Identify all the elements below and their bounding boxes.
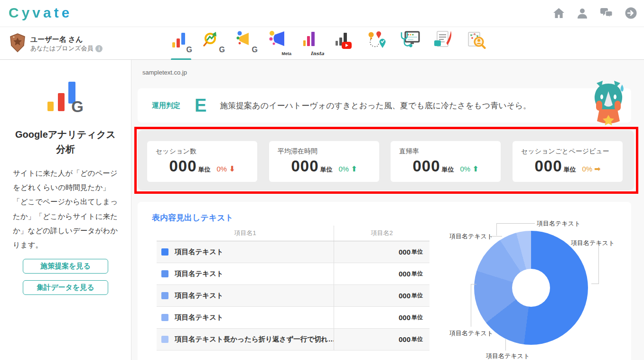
account-icon[interactable] bbox=[576, 7, 588, 19]
youtube-icon bbox=[334, 30, 355, 51]
table-row: 項目名テキスト長かったら折り返さず一行で切れ… 000単位 bbox=[157, 329, 429, 351]
view-proposals-button[interactable]: 施策提案を見る bbox=[23, 259, 108, 274]
legend-swatch bbox=[161, 314, 168, 321]
table-header: 項目名1 項目名2 bbox=[157, 226, 429, 241]
main-content: sampletext.co.jp 運用判定 E 施策提案あのイーハトーヴォのすき… bbox=[131, 60, 644, 360]
chart-callout-label: 項目名テキスト bbox=[449, 329, 493, 338]
map-pins-icon bbox=[366, 30, 388, 50]
donut-chart[interactable] bbox=[474, 231, 588, 345]
leader-line bbox=[471, 284, 471, 327]
app-tab-business-profile[interactable]: G bbox=[235, 30, 258, 56]
app-tabs: G G G bbox=[170, 30, 487, 56]
chart-callout-label: 項目名テキスト bbox=[537, 219, 580, 228]
app-tab-youtube[interactable] bbox=[334, 30, 356, 56]
judgment-grade: E bbox=[195, 96, 206, 114]
app-tab-ai-report[interactable]: AI bbox=[432, 30, 455, 56]
kpi-value: 000 bbox=[291, 158, 318, 175]
brand-logo[interactable]: Cyvate bbox=[9, 5, 72, 21]
legend-swatch bbox=[161, 336, 168, 343]
chart-callout-label: 項目名テキスト bbox=[486, 352, 530, 360]
view-aggregated-data-button[interactable]: 集計データを見る bbox=[23, 280, 108, 295]
leader-line bbox=[490, 236, 502, 237]
kpi-card-bounce-rate: 直帰率 000 単位 0% ⬆ bbox=[391, 141, 501, 182]
meta-icon bbox=[268, 30, 290, 49]
ai-report-icon bbox=[432, 30, 454, 50]
sidebar-description: サイトに来た人が「どのページをどれくらいの時間見たか」「どこでページから出てしま… bbox=[13, 166, 118, 252]
sidebar: G Googleアナリティクス分析 サイトに来た人が「どのページをどれくらいの時… bbox=[0, 60, 131, 360]
kpi-card-avg-duration: 平均滞在時間 000 単位 0% ⬆ bbox=[269, 141, 379, 182]
kpi-value: 000 bbox=[412, 158, 440, 175]
persona-magnifier-icon bbox=[465, 30, 486, 50]
table-section-title: 表内容見出しテキスト bbox=[152, 212, 233, 223]
kpi-value: 000 bbox=[534, 158, 562, 175]
table-row: 項目名テキスト 000単位 bbox=[157, 241, 429, 263]
kpi-strip: セッション数 000 単位 0% ⬇ 平均滞在時間 000 単位 0% ⬆ 直帰… bbox=[138, 130, 634, 190]
monitor-stethoscope-icon bbox=[399, 30, 421, 50]
legend-swatch bbox=[161, 292, 168, 299]
app-tab-meta[interactable]: Meta bbox=[268, 30, 291, 56]
login-arrow-icon[interactable] bbox=[625, 7, 637, 19]
table-row: 項目名テキスト 000単位 bbox=[157, 263, 429, 285]
judgment-label: 運用判定 bbox=[152, 101, 180, 110]
leader-line bbox=[598, 246, 599, 284]
legend-swatch bbox=[161, 248, 168, 256]
user-name: ユーザー名 さん bbox=[30, 35, 103, 44]
bronze-badge-icon bbox=[9, 33, 26, 54]
trend-up-arrow-icon: ⬆ bbox=[472, 164, 478, 173]
judgment-comment: 施策提案あのイーハトーヴォのすきとおった風、夏でも底に冷たさをもつ青いそら。 bbox=[220, 100, 531, 111]
kpi-card-sessions: セッション数 000 単位 0% ⬇ bbox=[147, 141, 257, 182]
chart-callout-label: 項目名テキスト bbox=[449, 232, 493, 241]
app-tab-persona-analysis[interactable] bbox=[465, 30, 487, 56]
trend-flat-arrow-icon: ➡ bbox=[594, 164, 600, 173]
leader-line bbox=[505, 339, 506, 351]
info-icon[interactable] bbox=[95, 45, 103, 52]
app-tab-measure-map[interactable] bbox=[366, 30, 389, 56]
user-block: ユーザー名 さん あなたはブロンズ会員 bbox=[9, 33, 103, 54]
rhino-mascot bbox=[590, 80, 627, 127]
home-icon[interactable] bbox=[552, 7, 565, 19]
chat-icon[interactable] bbox=[599, 7, 614, 19]
kpi-card-pages-per-session: セッションごとページビュー 000 単位 0% ➡ bbox=[513, 141, 623, 182]
google-analytics-large-icon: G bbox=[43, 80, 88, 114]
data-table: 項目名1 項目名2 項目名テキスト 000単位 項目名テキスト 000単位 項目… bbox=[157, 226, 429, 351]
site-domain: sampletext.co.jp bbox=[142, 69, 187, 76]
chart-callout-label: 項目名テキスト bbox=[571, 239, 615, 247]
leader-line bbox=[591, 284, 599, 284]
judgment-card: 運用判定 E 施策提案あのイーハトーヴォのすきとおった風、夏でも底に冷たさをもつ… bbox=[138, 88, 631, 123]
legend-swatch bbox=[161, 270, 168, 277]
app-tab-instagram[interactable]: Insta bbox=[301, 30, 324, 56]
table-row: 項目名テキスト 000単位 bbox=[157, 285, 429, 307]
app-tab-google-analytics[interactable]: G bbox=[170, 30, 193, 56]
leader-line bbox=[496, 223, 497, 236]
leader-line bbox=[471, 284, 476, 284]
app-tab-search-console[interactable]: G bbox=[203, 30, 225, 56]
toolbar: ユーザー名 さん あなたはブロンズ会員 G G bbox=[0, 27, 644, 60]
top-bar: Cyvate bbox=[0, 0, 644, 27]
kpi-value: 000 bbox=[169, 158, 196, 175]
table-row: 項目名テキスト 000単位 bbox=[157, 307, 429, 329]
sidebar-title: Googleアナリティクス分析 bbox=[13, 127, 118, 157]
trend-down-arrow-icon: ⬇ bbox=[229, 164, 235, 173]
column-header: 項目名2 bbox=[334, 226, 429, 241]
membership-label: あなたはブロンズ会員 bbox=[30, 44, 93, 53]
instagram-icon bbox=[301, 30, 323, 49]
app-tab-site-diagnosis[interactable] bbox=[399, 30, 422, 56]
trend-up-arrow-icon: ⬆ bbox=[351, 164, 357, 173]
top-nav-icons bbox=[552, 7, 637, 19]
column-header: 項目名1 bbox=[157, 229, 334, 237]
leader-line bbox=[496, 223, 535, 224]
